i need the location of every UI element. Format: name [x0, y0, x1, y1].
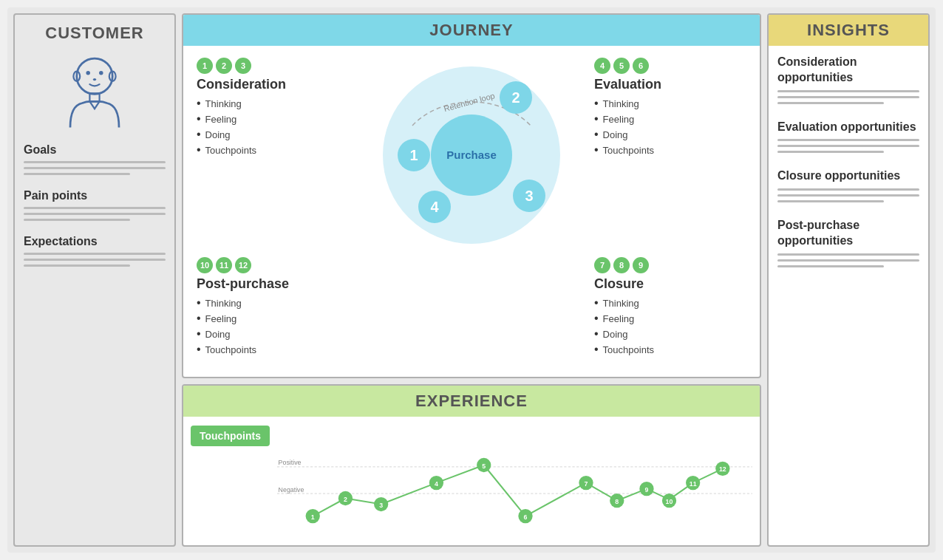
- consideration-num-1: 1: [197, 58, 213, 74]
- svg-text:2: 2: [511, 89, 520, 106]
- evaluation-num-6: 6: [633, 58, 649, 74]
- main-container: CUSTOMER: [7, 7, 936, 553]
- closure-num-8: 8: [613, 257, 630, 273]
- closure-thinking: Thinking: [594, 296, 746, 310]
- svg-text:3: 3: [525, 188, 533, 204]
- svg-point-0: [77, 58, 112, 94]
- insight-consideration-section: Consideration opportunities: [777, 55, 919, 108]
- svg-text:1: 1: [409, 147, 418, 163]
- avatar: [54, 50, 135, 132]
- post-purchase-thinking: Thinking: [197, 296, 349, 310]
- insight-closure-line-3: [777, 200, 884, 202]
- journey-panel: JOURNEY 1 2 3 Consideration Thinking Fee…: [182, 13, 761, 378]
- post-purchase-list: Thinking Feeling Doing Touchpoints: [197, 296, 349, 356]
- post-purchase-numbers: 10 11 12: [197, 257, 349, 273]
- evaluation-doing: Doing: [594, 128, 746, 141]
- insight-post-purchase-section: Post-purchase opportunities: [777, 218, 919, 271]
- svg-text:2: 2: [344, 496, 347, 503]
- svg-text:7: 7: [584, 480, 588, 488]
- evaluation-feeling: Feeling: [594, 112, 746, 126]
- consideration-list: Thinking Feeling Doing Touchpoints: [197, 97, 349, 157]
- insight-closure-line-2: [777, 194, 919, 197]
- consideration-thinking: Thinking: [197, 97, 349, 110]
- evaluation-num-5: 5: [613, 58, 630, 74]
- svg-text:8: 8: [615, 498, 619, 505]
- goals-title: Goals: [24, 143, 166, 157]
- evaluation-touchpoints: Touchpoints: [594, 143, 746, 157]
- journey-diagram: Purchase Retention loop 1 2 3: [361, 52, 582, 259]
- svg-text:Negative: Negative: [279, 486, 304, 494]
- insight-post-purchase-line-1: [777, 253, 919, 256]
- svg-text:1: 1: [311, 513, 315, 521]
- goals-line-3: [24, 173, 130, 175]
- consideration-title: Consideration: [197, 77, 349, 92]
- journey-title: JOURNEY: [183, 15, 760, 46]
- journey-content: 1 2 3 Consideration Thinking Feeling Doi…: [191, 52, 752, 259]
- pain-points-line-3: [24, 219, 130, 221]
- insight-consideration-line-1: [777, 90, 919, 92]
- goals-line-1: [24, 161, 166, 163]
- insight-evaluation-line-1: [777, 139, 919, 141]
- consideration-touchpoints: Touchpoints: [197, 143, 349, 157]
- evaluation-title: Evaluation: [594, 77, 746, 92]
- consideration-num-3: 3: [235, 58, 251, 74]
- insight-evaluation-line-2: [777, 145, 919, 147]
- consideration-doing: Doing: [197, 128, 349, 141]
- experience-panel: EXPERIENCE Touchpoints Positive Negative: [182, 384, 761, 547]
- svg-text:6: 6: [523, 513, 527, 521]
- closure-quadrant: 7 8 9 Closure Thinking Feeling Doing Tou…: [588, 251, 752, 369]
- insight-evaluation-line-3: [777, 151, 884, 153]
- expectations-line-2: [24, 259, 166, 261]
- svg-text:11: 11: [690, 480, 697, 488]
- insight-closure-section: Closure opportunities: [777, 168, 919, 206]
- svg-text:5: 5: [482, 462, 486, 470]
- insight-closure-title: Closure opportunities: [777, 168, 919, 184]
- insight-post-purchase-line-3: [777, 265, 884, 267]
- svg-text:4: 4: [435, 480, 438, 488]
- closure-feeling: Feeling: [594, 312, 746, 325]
- insight-consideration-line-2: [777, 96, 919, 98]
- evaluation-num-4: 4: [594, 58, 610, 74]
- post-purchase-title: Post-purchase: [197, 276, 349, 292]
- evaluation-thinking: Thinking: [594, 97, 746, 110]
- insight-closure-line-1: [777, 188, 919, 191]
- svg-text:10: 10: [666, 498, 673, 505]
- expectations-line-3: [24, 264, 130, 267]
- expectations-title: Expectations: [24, 235, 166, 248]
- customer-pain-points-section: Pain points: [24, 189, 166, 225]
- insight-consideration-title: Consideration opportunities: [777, 55, 919, 86]
- post-purchase-quadrant: 10 11 12 Post-purchase Thinking Feeling …: [191, 251, 355, 369]
- insights-panel: INSIGHTS Consideration opportunities Eva…: [767, 13, 930, 547]
- chart-area: Positive Negative 1 2 3: [277, 423, 752, 544]
- post-purchase-num-12: 12: [235, 257, 251, 273]
- closure-num-7: 7: [594, 257, 610, 273]
- svg-point-1: [86, 71, 90, 75]
- closure-title: Closure: [594, 276, 746, 292]
- consideration-feeling: Feeling: [197, 112, 349, 126]
- consideration-quadrant: 1 2 3 Consideration Thinking Feeling Doi…: [191, 52, 355, 259]
- closure-touchpoints: Touchpoints: [594, 343, 746, 356]
- svg-point-3: [93, 78, 96, 81]
- closure-num-9: 9: [633, 257, 649, 273]
- post-purchase-num-11: 11: [216, 257, 232, 273]
- closure-list: Thinking Feeling Doing Touchpoints: [594, 296, 746, 356]
- goals-line-2: [24, 167, 166, 169]
- closure-doing: Doing: [594, 327, 746, 341]
- svg-text:12: 12: [719, 465, 726, 473]
- insights-title: INSIGHTS: [769, 15, 928, 46]
- journey-bottom-content: 10 11 12 Post-purchase Thinking Feeling …: [191, 251, 752, 369]
- svg-point-2: [99, 71, 103, 75]
- experience-title: EXPERIENCE: [183, 386, 760, 417]
- customer-panel: CUSTOMER: [13, 13, 176, 547]
- touchpoints-label: Touchpoints: [191, 426, 270, 446]
- svg-text:9: 9: [644, 486, 648, 494]
- customer-expectations-section: Expectations: [24, 235, 166, 270]
- pain-points-line-1: [24, 207, 166, 209]
- insight-post-purchase-line-2: [777, 259, 919, 262]
- customer-title: CUSTOMER: [45, 24, 144, 43]
- insight-post-purchase-title: Post-purchase opportunities: [777, 218, 919, 249]
- experience-content: Touchpoints Positive Negative: [191, 423, 752, 544]
- closure-numbers: 7 8 9: [594, 257, 746, 273]
- post-purchase-num-10: 10: [197, 257, 213, 273]
- evaluation-numbers: 4 5 6: [594, 58, 746, 74]
